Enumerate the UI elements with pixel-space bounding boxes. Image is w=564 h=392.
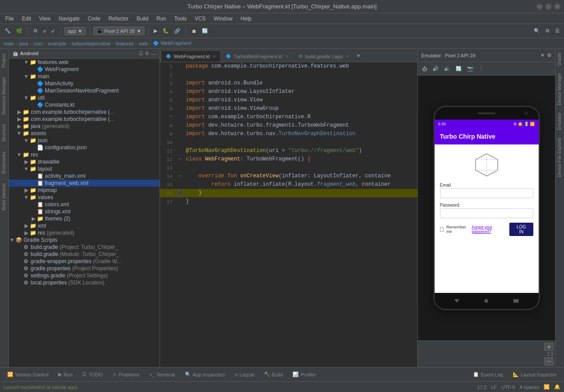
close-button[interactable]: ✕ bbox=[554, 4, 560, 10]
minimize-button[interactable]: — bbox=[536, 4, 543, 10]
close-tab-icon[interactable]: ✕ bbox=[285, 54, 289, 59]
menu-tools[interactable]: Tools bbox=[171, 15, 190, 23]
tree-node-webfragment[interactable]: 🔷 WebFragment bbox=[9, 66, 160, 73]
menu-vcs[interactable]: VCS bbox=[191, 15, 209, 23]
tree-action-2[interactable]: ⚙ bbox=[145, 51, 149, 56]
tree-node-local-props[interactable]: ⚙ local.properties (SDK Location) bbox=[9, 279, 160, 286]
tree-node-res-generated[interactable]: ▶ 📁 res (generated) bbox=[9, 229, 160, 236]
menu-file[interactable]: File bbox=[2, 15, 17, 23]
tree-node-res[interactable]: ▼ 📁 res bbox=[9, 151, 160, 158]
tree-node-com-example-1[interactable]: ▶ 📁 com.example.turbochirpernative (... bbox=[9, 108, 160, 116]
tree-node-features-web[interactable]: ▼ 📁 features.web bbox=[9, 59, 160, 66]
tab-app-inspection[interactable]: 🔍 App Inspection bbox=[180, 370, 230, 379]
forgot-password-link[interactable]: Forgot your password? bbox=[472, 225, 507, 234]
tree-node-gradle-wrapper[interactable]: ⚙ gradle-wrapper.properties (Gradle W... bbox=[9, 258, 160, 265]
tree-node-build-gradle-project[interactable]: ⚙ build.gradle (Project: Turbo_Chirper_ bbox=[9, 244, 160, 251]
tab-todo[interactable]: ☰ TODO bbox=[78, 370, 107, 379]
tab-problems[interactable]: ⚠ Problems bbox=[108, 370, 144, 379]
tree-node-configuration[interactable]: 📄 configuration.json bbox=[9, 144, 160, 151]
search-btn[interactable]: 🔍 bbox=[532, 27, 542, 35]
app-dropdown[interactable]: app ▼ bbox=[64, 27, 85, 35]
tab-version-control[interactable]: 🔀 Version Control bbox=[3, 370, 53, 379]
breadcrumb-java[interactable]: java bbox=[20, 41, 28, 46]
tab-turboweb-kt[interactable]: 🔷 TurboWebFragment.kt ✕ bbox=[221, 50, 293, 62]
tree-node-gradle-scripts[interactable]: ▼ 📦 Gradle Scripts bbox=[9, 236, 160, 244]
tree-node-fragment-web[interactable]: 📋 fragment_web.xml bbox=[9, 180, 160, 187]
login-button[interactable]: LOG IN bbox=[509, 223, 533, 236]
settings-btn[interactable]: ⚙ bbox=[544, 27, 552, 35]
menu-view[interactable]: View bbox=[36, 15, 54, 23]
tree-node-json[interactable]: ▼ 📁 json bbox=[9, 137, 160, 144]
tab-run[interactable]: ▶ Run bbox=[54, 370, 77, 379]
home-nav-icon[interactable] bbox=[484, 299, 488, 303]
close-tab-icon[interactable]: ✕ bbox=[346, 54, 349, 59]
tab-layout-inspector[interactable]: 📐 Layout Inspector bbox=[508, 370, 561, 379]
menu-window[interactable]: Window bbox=[210, 15, 236, 23]
toolbar-icon-btn-5[interactable]: ↙ bbox=[49, 27, 57, 35]
recents-nav-icon[interactable] bbox=[513, 299, 519, 303]
password-input[interactable] bbox=[440, 208, 533, 218]
remember-checkbox[interactable] bbox=[440, 227, 444, 232]
tab-build-gradle[interactable]: ⚙ build.gradle (:app ✕ bbox=[294, 50, 354, 62]
project-tab[interactable]: Project bbox=[0, 49, 8, 72]
menu-code[interactable]: Code bbox=[84, 15, 104, 23]
tab-build[interactable]: 🔨 Build bbox=[260, 370, 287, 379]
tree-node-assets[interactable]: ▼ 📁 assets bbox=[9, 130, 160, 137]
toolbar-icon-btn-6[interactable]: 🔄 bbox=[200, 27, 210, 35]
tree-node-xml[interactable]: ▶ 📁 xml bbox=[9, 222, 160, 229]
run-btn[interactable]: ▶ bbox=[152, 27, 159, 35]
emulator-close-icon[interactable]: ✕ bbox=[540, 52, 544, 58]
toolbar-icon-btn-3[interactable]: ⚙ bbox=[32, 27, 40, 35]
emulator-power-btn[interactable]: ⏻ bbox=[420, 65, 429, 72]
tree-node-com-example-2[interactable]: ▶ 📁 com.example.turbochirpernative (... bbox=[9, 116, 160, 123]
device-dropdown[interactable]: 📱 Pixel 2 API 28 ▼ bbox=[93, 27, 144, 35]
toolbar-icon-btn-4[interactable]: ≡ bbox=[41, 28, 48, 35]
emulator-screenshot-btn[interactable]: 📷 bbox=[465, 65, 475, 72]
maximize-button[interactable]: □ bbox=[545, 4, 552, 10]
emulator-rotate-btn[interactable]: 🔄 bbox=[454, 65, 464, 72]
menu-build[interactable]: Build bbox=[133, 15, 152, 23]
tree-node-drawable[interactable]: ▶ 📁 drawable bbox=[9, 158, 160, 165]
toolbar-icon-btn-2[interactable]: 🌿 bbox=[14, 27, 24, 35]
breadcrumb-webfragment[interactable]: 🔷 WebFragment bbox=[153, 40, 192, 46]
code-editor[interactable]: 1 package com.example.turbochirpernative… bbox=[160, 62, 417, 367]
tab-webfragment-kt[interactable]: 🔷 WebFragment.kt ✕ bbox=[161, 50, 221, 62]
breadcrumb-features[interactable]: features bbox=[116, 41, 134, 46]
tree-node-java-gen[interactable]: ▶ 📁 java (generated) bbox=[9, 123, 160, 130]
tree-collapse-btn[interactable]: — bbox=[151, 51, 156, 56]
tree-node-layout[interactable]: ▼ 📁 layout bbox=[9, 165, 160, 172]
tree-node-constants[interactable]: 🔷 Constants.kt bbox=[9, 101, 160, 108]
tree-node-util[interactable]: ▼ 📁 util bbox=[9, 94, 160, 101]
menu-refactor[interactable]: Refactor bbox=[105, 15, 132, 23]
tree-node-mainsession[interactable]: 🔷 MainSessionNavHostFragment bbox=[9, 87, 160, 94]
tree-action-1[interactable]: ☰ bbox=[139, 51, 143, 56]
tree-node-mainactivity[interactable]: 🔷 MainActivity bbox=[9, 80, 160, 87]
breadcrumb-turbochirpernative[interactable]: turbochirpernative bbox=[72, 41, 111, 46]
close-tab-icon[interactable]: ✕ bbox=[212, 54, 216, 59]
tree-node-activity-main[interactable]: 📋 activity_main.xml bbox=[9, 172, 160, 180]
emulator-vol-down-btn[interactable]: 🔉 bbox=[442, 65, 452, 72]
menu-run[interactable]: Run bbox=[153, 15, 170, 23]
stop-btn[interactable]: ⏹ bbox=[190, 28, 198, 35]
bookmarks-tab[interactable]: Bookmarks bbox=[0, 147, 8, 178]
breadcrumb-example[interactable]: example bbox=[48, 41, 67, 46]
email-input[interactable] bbox=[440, 188, 533, 198]
breadcrumb-main[interactable]: main bbox=[4, 41, 14, 46]
tab-logcat[interactable]: ≡ Logcat bbox=[230, 371, 258, 379]
menu-edit[interactable]: Edit bbox=[18, 15, 35, 23]
build-variants-tab[interactable]: Build Variants bbox=[0, 178, 8, 215]
debug-btn[interactable]: 🐛 bbox=[161, 27, 171, 35]
toolbar-icon-btn-1[interactable]: 🔧 bbox=[3, 27, 12, 35]
emulator-settings-icon[interactable]: ⚙ bbox=[547, 52, 552, 58]
more-tabs-btn[interactable]: ▾ bbox=[354, 52, 363, 59]
zoom-out-btn[interactable]: − bbox=[544, 357, 553, 365]
device-file-explorer-tab[interactable]: Device File Explorer bbox=[556, 134, 564, 180]
emulator-side-tab[interactable]: Emulator bbox=[556, 109, 564, 134]
gradle-tab[interactable]: Gradle bbox=[556, 49, 564, 69]
tab-profiler[interactable]: 📊 Profiler bbox=[288, 370, 320, 379]
breadcrumb-web[interactable]: web bbox=[139, 41, 148, 46]
menu-navigate[interactable]: Navigate bbox=[55, 15, 83, 23]
tree-node-mipmap[interactable]: ▶ 📁 mipmap bbox=[9, 187, 160, 194]
resource-manager-tab[interactable]: Resource Manager bbox=[0, 72, 8, 119]
tree-node-colors[interactable]: 📋 colors.xml bbox=[9, 201, 160, 208]
